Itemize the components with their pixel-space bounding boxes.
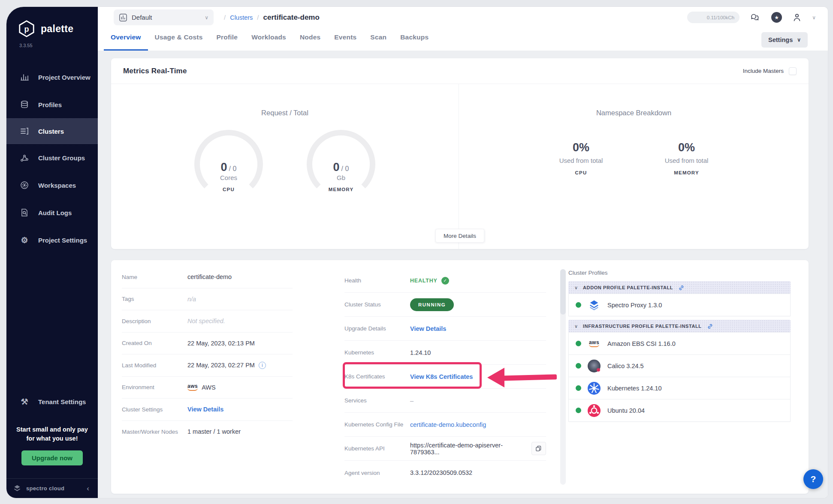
sidebar-item-label: Clusters bbox=[38, 128, 64, 135]
tab-workloads[interactable]: Workloads bbox=[244, 28, 293, 51]
info-row-master-worker: Master/Worker Nodes 1 master / 1 worker bbox=[122, 421, 293, 443]
kubeconfig-link[interactable]: certificate-demo.kubeconfig bbox=[410, 421, 486, 428]
info-row-agent-version: Agent version 3.3.12/20230509.0532 bbox=[344, 461, 546, 485]
include-masters: Include Masters bbox=[743, 67, 797, 75]
memory-usage-stat: 0% Used from total MEMORY bbox=[655, 141, 719, 175]
user-profile-icon[interactable] bbox=[792, 13, 802, 22]
info-row-health: Health HEALTHY ✓ bbox=[344, 269, 546, 293]
tab-backups[interactable]: Backups bbox=[393, 28, 435, 51]
sidebar-item-profiles[interactable]: Profiles bbox=[6, 91, 98, 118]
sidebar-item-label: Workspaces bbox=[38, 182, 76, 189]
info-row-name: Name certificate-demo bbox=[122, 266, 293, 288]
sidebar-item-cluster-groups[interactable]: Cluster Groups bbox=[6, 144, 98, 171]
content: Metrics Real-Time Include Masters Reques… bbox=[98, 51, 828, 498]
sidebar-item-label: Audit Logs bbox=[38, 209, 72, 216]
breadcrumb-current: certificate-demo bbox=[263, 13, 320, 22]
palette-logo-icon bbox=[18, 20, 36, 38]
memory-gauge-total: 0 bbox=[345, 165, 349, 172]
metrics-title: Metrics Real-Time bbox=[123, 67, 187, 75]
sidebar-item-label: Project Settings bbox=[38, 237, 87, 244]
environment-value: AWS bbox=[202, 384, 216, 391]
kubernetes-version-value: 1.24.10 bbox=[410, 349, 431, 356]
cluster-status-column: Health HEALTHY ✓ Cluster Status RUNNING … bbox=[344, 269, 546, 485]
kubernetes-api-value: https://certificate-demo-apiserver-78793… bbox=[410, 442, 526, 456]
aws-logo-icon: aws bbox=[588, 337, 601, 350]
master-worker-value: 1 master / 1 worker bbox=[187, 428, 241, 435]
info-row-cluster-status: Cluster Status RUNNING bbox=[344, 293, 546, 317]
cpu-usage-stat: 0% Used from total CPU bbox=[549, 141, 613, 175]
sidebar-item-tenant-settings[interactable]: ⚒ Tenant Settings bbox=[6, 391, 98, 413]
profile-item-spectro-proxy[interactable]: Spectro Proxy 1.3.0 bbox=[568, 294, 791, 316]
sidebar-item-audit-logs[interactable]: Audit Logs bbox=[6, 199, 98, 226]
info-row-upgrade-details: Upgrade Details View Details bbox=[344, 317, 546, 341]
cluster-details-card: Name certificate-demo Tags n/a Descripti… bbox=[111, 260, 809, 494]
health-value: HEALTHY bbox=[410, 278, 438, 284]
scrollbar[interactable] bbox=[560, 269, 566, 485]
metrics-header: Metrics Real-Time Include Masters bbox=[111, 58, 809, 84]
profile-item-ubuntu[interactable]: Ubuntu 20.04 bbox=[568, 399, 791, 422]
tab-overview[interactable]: Overview bbox=[104, 28, 148, 51]
star-icon[interactable]: ★ bbox=[771, 12, 782, 23]
profile-item-kubernetes[interactable]: Kubernetes 1.24.10 bbox=[568, 377, 791, 399]
list-icon bbox=[19, 126, 30, 136]
cpu-gauge-total: 0 bbox=[233, 165, 237, 172]
info-row-description: Description Not specified. bbox=[122, 310, 293, 333]
upgrade-view-details-link[interactable]: View Details bbox=[410, 325, 446, 332]
sidebar-item-workspaces[interactable]: Workspaces bbox=[6, 171, 98, 199]
info-icon[interactable]: i bbox=[259, 362, 266, 369]
bar-chart-icon bbox=[19, 72, 30, 82]
sidebar-item-project-settings[interactable]: ⚙ Project Settings bbox=[6, 226, 98, 254]
include-masters-checkbox[interactable] bbox=[789, 67, 797, 75]
cluster-settings-view-details-link[interactable]: View Details bbox=[187, 406, 223, 413]
info-row-created-on: Created On 22 May, 2023, 02:13 PM bbox=[122, 333, 293, 355]
target-icon bbox=[19, 180, 30, 190]
tenant-settings-label: Tenant Settings bbox=[38, 398, 86, 405]
audit-doc-icon bbox=[19, 208, 30, 217]
settings-button[interactable]: Settings ∨ bbox=[761, 32, 808, 48]
chevron-down-icon: ∨ bbox=[797, 37, 801, 43]
metrics-card: Metrics Real-Time Include Masters Reques… bbox=[111, 58, 809, 249]
cpu-usage-caption: Used from total bbox=[549, 157, 613, 164]
scrollbar-thumb[interactable] bbox=[560, 269, 566, 315]
info-row-last-modified: Last Modified 22 May, 2023, 02:27 PM i bbox=[122, 354, 293, 377]
tab-scan[interactable]: Scan bbox=[363, 28, 393, 51]
upgrade-now-button[interactable]: Upgrade now bbox=[21, 450, 83, 465]
breadcrumb: / Clusters / certificate-demo bbox=[224, 13, 320, 22]
cpu-usage-label: CPU bbox=[549, 170, 613, 175]
sidebar: palette 3.3.55 Project Overview Profiles… bbox=[6, 7, 98, 498]
brand: palette bbox=[6, 7, 98, 38]
memory-usage-percent: 0% bbox=[655, 141, 719, 154]
memory-usage-label: MEMORY bbox=[655, 170, 719, 175]
copy-icon[interactable] bbox=[531, 442, 546, 455]
cpu-gauge-unit: Cores bbox=[188, 174, 269, 181]
profile-item-calico[interactable]: Calico 3.24.5 bbox=[568, 354, 791, 377]
tab-profile[interactable]: Profile bbox=[210, 28, 245, 51]
addon-profile-header-label: ADDON PROFILE PALETTE-INSTALL bbox=[583, 285, 673, 290]
services-value: – bbox=[410, 397, 413, 404]
help-button[interactable]: ? bbox=[803, 469, 823, 489]
view-k8s-certificates-link[interactable]: View K8s Certificates bbox=[410, 373, 473, 380]
sidebar-footer: spectro cloud ‹ bbox=[6, 478, 98, 498]
gear-icon: ⚙ bbox=[19, 236, 30, 244]
project-selector[interactable]: Default ∨ bbox=[114, 9, 214, 25]
infrastructure-profile-group-header[interactable]: ∨ INFRASTRUCTURE PROFILE PALETTE-INSTALL bbox=[568, 320, 791, 333]
more-details-button[interactable]: More Details bbox=[435, 229, 484, 243]
addon-profile-group-header[interactable]: ∨ ADDON PROFILE PALETTE-INSTALL bbox=[568, 281, 791, 294]
chat-icon[interactable] bbox=[750, 12, 761, 23]
ubuntu-logo-icon bbox=[588, 404, 601, 417]
breadcrumb-link-clusters[interactable]: Clusters bbox=[230, 14, 253, 21]
sidebar-item-clusters[interactable]: Clusters bbox=[6, 118, 98, 144]
tabs: Overview Usage & Costs Profile Workloads… bbox=[98, 28, 828, 51]
chevron-down-icon[interactable]: ∨ bbox=[812, 15, 816, 21]
sidebar-item-project-overview[interactable]: Project Overview bbox=[6, 63, 98, 91]
collapse-sidebar-icon[interactable]: ‹ bbox=[87, 484, 89, 493]
cluster-name-value: certificate-demo bbox=[187, 273, 232, 280]
tab-events[interactable]: Events bbox=[327, 28, 363, 51]
breadcrumb-separator: / bbox=[224, 14, 226, 21]
cpu-gauge: 0/ 0 Cores CPU bbox=[188, 130, 269, 203]
tab-usage-costs[interactable]: Usage & Costs bbox=[148, 28, 210, 51]
brand-name: palette bbox=[41, 23, 73, 35]
namespace-stats: 0% Used from total CPU 0% Used from tota… bbox=[459, 141, 809, 175]
profile-item-amazon-ebs[interactable]: aws Amazon EBS CSI 1.16.0 bbox=[568, 332, 791, 355]
tab-nodes[interactable]: Nodes bbox=[293, 28, 327, 51]
